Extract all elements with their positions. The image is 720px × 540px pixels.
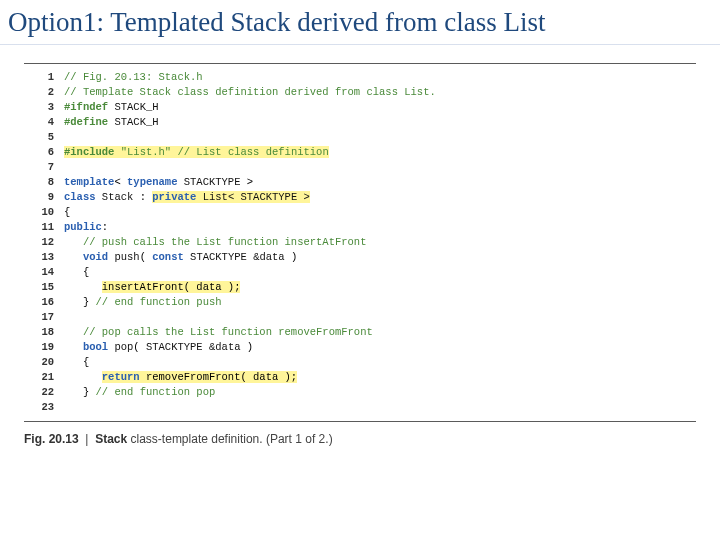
line-number: 7 bbox=[24, 160, 64, 175]
code-listing: 1// Fig. 20.13: Stack.h 2// Template Sta… bbox=[24, 63, 696, 422]
line-number: 15 bbox=[24, 280, 64, 295]
figure-caption: Fig. 20.13 | Stack class-template defini… bbox=[24, 432, 696, 446]
line-number: 12 bbox=[24, 235, 64, 250]
line-number: 17 bbox=[24, 310, 64, 325]
line-number: 18 bbox=[24, 325, 64, 340]
line-number: 9 bbox=[24, 190, 64, 205]
line-number: 22 bbox=[24, 385, 64, 400]
line-number: 10 bbox=[24, 205, 64, 220]
line-number: 11 bbox=[24, 220, 64, 235]
line-number: 21 bbox=[24, 370, 64, 385]
line-number: 13 bbox=[24, 250, 64, 265]
line-number: 3 bbox=[24, 100, 64, 115]
line-number: 4 bbox=[24, 115, 64, 130]
line-number: 14 bbox=[24, 265, 64, 280]
line-number: 19 bbox=[24, 340, 64, 355]
line-number: 8 bbox=[24, 175, 64, 190]
line-number: 23 bbox=[24, 400, 64, 415]
line-number: 2 bbox=[24, 85, 64, 100]
line-number: 1 bbox=[24, 70, 64, 85]
line-number: 5 bbox=[24, 130, 64, 145]
title-underline bbox=[0, 44, 720, 45]
line-number: 16 bbox=[24, 295, 64, 310]
line-number: 6 bbox=[24, 145, 64, 160]
line-number: 20 bbox=[24, 355, 64, 370]
slide-title: Option1: Templated Stack derived from cl… bbox=[0, 0, 720, 42]
